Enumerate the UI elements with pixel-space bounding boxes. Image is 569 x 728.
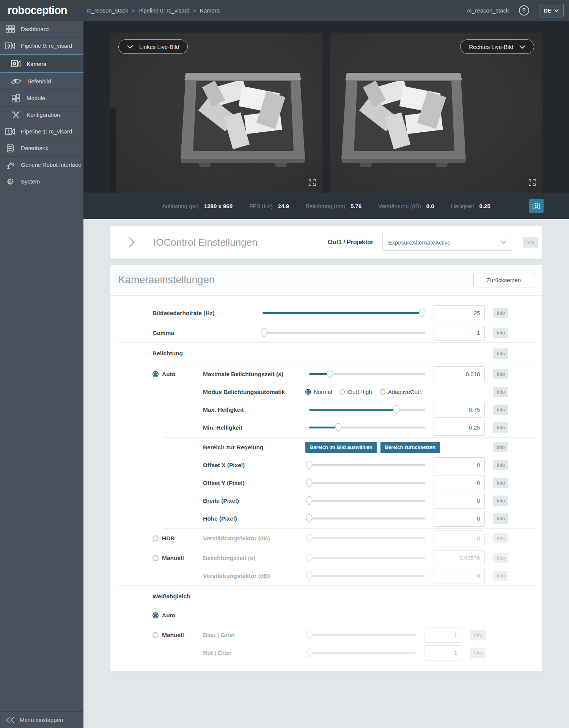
- projector-select[interactable]: ExposureAlternateActive: [382, 234, 512, 251]
- exposure-hdr-radio[interactable]: [152, 535, 159, 541]
- main-content: IOControl Einstellungen Out1 / Projektor…: [83, 219, 569, 728]
- info-badge[interactable]: Info: [493, 308, 508, 318]
- min-brightness-input[interactable]: [434, 420, 485, 436]
- width-input[interactable]: [434, 493, 485, 509]
- height-input[interactable]: [434, 511, 485, 527]
- setting-row-framerate: Bildwiederholrate (Hz) Info: [110, 304, 542, 322]
- reset-button[interactable]: Zurücksetzen: [473, 273, 534, 287]
- gamma-input[interactable]: [434, 325, 485, 341]
- slider-handle[interactable]: [327, 369, 333, 379]
- setting-row-manual-gain: Verstärkungsfaktor (dB) Info: [110, 567, 542, 585]
- breadcrumb-item[interactable]: Pipeline 0: rc_visard: [138, 7, 190, 14]
- slider-handle[interactable]: [306, 514, 313, 523]
- max-brightness-slider[interactable]: [309, 405, 425, 415]
- sidebar-item-generic-robot-interface[interactable]: Generic Robot Interface: [0, 157, 83, 173]
- white-balance-section-heading: Weißabgleich: [110, 587, 542, 606]
- manual-gain-slider: [309, 571, 425, 581]
- info-badge[interactable]: Info: [493, 348, 508, 359]
- breadcrumb-separator: >: [132, 7, 135, 14]
- setting-row-wb-auto: Auto: [110, 606, 542, 624]
- left-camera-image[interactable]: Linkes Live-Bild: [110, 33, 322, 193]
- slider-handle[interactable]: [393, 405, 399, 414]
- max-exposure-slider[interactable]: [309, 369, 425, 379]
- slider-handle[interactable]: [335, 423, 341, 432]
- max-exposure-input[interactable]: [434, 366, 485, 382]
- slider-handle[interactable]: [306, 478, 313, 488]
- language-selector[interactable]: DE: [539, 4, 564, 17]
- info-badge[interactable]: Info: [493, 478, 508, 488]
- info-badge[interactable]: Info: [493, 496, 508, 506]
- offset-x-input[interactable]: [434, 457, 485, 473]
- chevron-down-icon: [127, 45, 133, 49]
- exposure-auto-radio[interactable]: [152, 371, 159, 377]
- info-badge[interactable]: Info: [493, 405, 508, 415]
- breadcrumb-item[interactable]: rc_reason_stack: [86, 7, 128, 14]
- offset-y-slider[interactable]: [309, 478, 425, 488]
- exposure-auto-label: Auto: [162, 371, 175, 378]
- menu-collapse-button[interactable]: Menü einklappen: [0, 711, 83, 728]
- info-badge[interactable]: Info: [493, 328, 508, 338]
- dashboard-icon: [5, 24, 16, 34]
- info-badge[interactable]: Info: [493, 422, 508, 433]
- fullscreen-icon[interactable]: [527, 177, 537, 187]
- region-select-button[interactable]: Bereich im Bild auswählen: [305, 442, 377, 453]
- info-badge[interactable]: Info: [493, 533, 508, 543]
- region-reset-button[interactable]: Bereich zurücksetzen: [380, 442, 440, 453]
- sidebar-item-konfiguration[interactable]: Konfiguration: [0, 107, 83, 123]
- info-badge[interactable]: Info: [470, 648, 486, 658]
- framerate-label: Bildwiederholrate (Hz): [118, 310, 255, 317]
- mode-normal-radio[interactable]: [305, 389, 311, 395]
- wb-auto-radio[interactable]: [152, 612, 159, 618]
- max-brightness-input[interactable]: [434, 402, 485, 418]
- info-badge[interactable]: Info: [493, 513, 508, 524]
- framerate-slider[interactable]: [262, 308, 425, 318]
- info-badge[interactable]: Info: [493, 460, 508, 470]
- slider-handle[interactable]: [306, 496, 313, 505]
- info-badge[interactable]: Info: [493, 369, 508, 379]
- right-camera-image[interactable]: Rechtes Live-Bild: [330, 33, 542, 193]
- mode-adaptiveout1-label: AdaptiveOut1: [388, 389, 423, 395]
- sidebar-item-datenbank[interactable]: Datenbank: [0, 140, 83, 157]
- height-slider[interactable]: [309, 514, 425, 524]
- breadcrumb-item[interactable]: Kamera: [200, 7, 220, 14]
- exposure-manual-radio[interactable]: [152, 555, 159, 561]
- info-badge[interactable]: Info: [493, 571, 508, 581]
- snapshot-button[interactable]: [529, 199, 544, 213]
- gamma-slider[interactable]: [262, 328, 425, 338]
- stat-value: 1280 x 960: [204, 203, 233, 209]
- mode-adaptiveout1-radio[interactable]: [380, 389, 385, 395]
- expand-chevron-icon[interactable]: [128, 236, 135, 248]
- info-badge[interactable]: Info: [470, 630, 486, 640]
- min-brightness-slider[interactable]: [309, 423, 425, 433]
- slider-handle[interactable]: [419, 308, 425, 318]
- mode-normal-label: Normal: [314, 389, 332, 395]
- width-slider[interactable]: [309, 496, 425, 506]
- sidebar-item-kamera[interactable]: Kamera: [0, 54, 83, 73]
- projector-select-label: Out1 / Projektor: [328, 239, 373, 246]
- info-badge[interactable]: Info: [493, 387, 508, 397]
- offset-y-input[interactable]: [434, 475, 485, 491]
- slider-handle[interactable]: [306, 460, 313, 470]
- info-badge[interactable]: Info: [523, 237, 538, 248]
- sidebar-item-dashboard[interactable]: Dashboard: [0, 21, 83, 38]
- wb-manual-radio[interactable]: [152, 632, 159, 638]
- right-live-image-selector[interactable]: Rechtes Live-Bild: [460, 39, 534, 54]
- help-icon[interactable]: ?: [519, 5, 529, 16]
- sidebar-item-module[interactable]: Module: [0, 90, 83, 107]
- mode-out1high-radio[interactable]: [340, 389, 345, 395]
- setting-row-gamma: Gamma Info: [110, 324, 542, 342]
- setting-row-wb-red-green: Rot | Grün Info: [110, 644, 542, 662]
- exposure-heading-label: Belichtung: [118, 350, 485, 357]
- info-badge[interactable]: Info: [493, 442, 508, 452]
- info-badge[interactable]: Info: [493, 553, 508, 563]
- left-live-image-selector[interactable]: Linkes Live-Bild: [118, 39, 188, 54]
- framerate-input[interactable]: [434, 305, 485, 321]
- offset-x-slider[interactable]: [309, 460, 425, 470]
- fullscreen-icon[interactable]: [307, 177, 317, 187]
- sidebar-item-tiefenbild[interactable]: Tiefenbild: [0, 73, 83, 90]
- wb-red-green-input: [424, 645, 462, 661]
- slider-handle[interactable]: [261, 328, 267, 337]
- sidebar-item-system[interactable]: System: [0, 173, 83, 190]
- sidebar-item-pipeline-1[interactable]: 1 Pipeline 1: rc_visard: [0, 123, 83, 140]
- sidebar-item-pipeline-0[interactable]: 0 Pipeline 0: rc_visard: [0, 38, 83, 54]
